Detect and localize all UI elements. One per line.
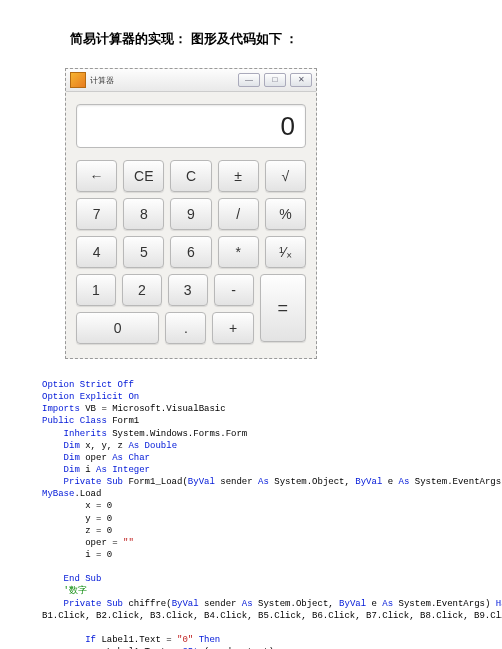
key-ce[interactable]: CE bbox=[123, 160, 164, 192]
txt: i = 0 bbox=[42, 550, 112, 560]
key-7[interactable]: 7 bbox=[76, 198, 117, 230]
txt: chiffre( bbox=[123, 599, 172, 609]
key-8[interactable]: 8 bbox=[123, 198, 164, 230]
key-2[interactable]: 2 bbox=[122, 274, 162, 306]
kw: As Char bbox=[112, 453, 150, 463]
kw: Dim bbox=[42, 453, 80, 463]
txt: Form1 bbox=[107, 416, 139, 426]
key-9[interactable]: 9 bbox=[170, 198, 211, 230]
kw: Public Class bbox=[42, 416, 107, 426]
kw: As Double bbox=[128, 441, 177, 451]
txt: x, y, z bbox=[80, 441, 129, 451]
kw: ByVal bbox=[188, 477, 215, 487]
key-percent[interactable]: % bbox=[265, 198, 306, 230]
key-c[interactable]: C bbox=[170, 160, 211, 192]
key-backspace[interactable]: ← bbox=[76, 160, 117, 192]
kw: As bbox=[399, 477, 410, 487]
kw: Option Strict Off bbox=[42, 380, 134, 390]
kw: As Integer bbox=[96, 465, 150, 475]
key-5[interactable]: 5 bbox=[123, 236, 164, 268]
txt: VB = Microsoft.VisualBasic bbox=[80, 404, 226, 414]
comment: '数字 bbox=[42, 586, 87, 596]
key-decimal[interactable]: . bbox=[165, 312, 206, 344]
key-sqrt[interactable]: √ bbox=[265, 160, 306, 192]
key-divide[interactable]: / bbox=[218, 198, 259, 230]
txt: System.Object, bbox=[253, 599, 339, 609]
kw: As bbox=[382, 599, 393, 609]
key-reciprocal[interactable]: ¹⁄ₓ bbox=[265, 236, 306, 268]
calc-display: 0 bbox=[76, 104, 306, 148]
kw: If bbox=[42, 635, 96, 645]
txt: sender bbox=[215, 477, 258, 487]
page-title: 简易计算器的实现： 图形及代码如下 ： bbox=[70, 30, 462, 48]
txt: e bbox=[366, 599, 382, 609]
kw: MyBase bbox=[42, 489, 74, 499]
txt: System.Windows.Forms.Form bbox=[107, 429, 247, 439]
txt: x = 0 bbox=[42, 501, 112, 511]
txt: e bbox=[382, 477, 398, 487]
calculator-window: 计算器 — □ ✕ 0 ← CE C ± √ 7 8 9 / % 4 5 6 *… bbox=[65, 68, 317, 359]
txt: Label1.Text = bbox=[96, 635, 177, 645]
txt: z = 0 bbox=[42, 526, 112, 536]
key-3[interactable]: 3 bbox=[168, 274, 208, 306]
key-0[interactable]: 0 bbox=[76, 312, 159, 344]
kw: Dim bbox=[42, 465, 80, 475]
txt: oper = bbox=[42, 538, 123, 548]
kw: Imports bbox=[42, 404, 80, 414]
txt: y = 0 bbox=[42, 514, 112, 524]
window-titlebar: 计算器 — □ ✕ bbox=[66, 69, 316, 92]
str: "0" bbox=[177, 635, 193, 645]
minimize-button[interactable]: — bbox=[238, 73, 260, 87]
key-6[interactable]: 6 bbox=[170, 236, 211, 268]
kw: ByVal bbox=[172, 599, 199, 609]
txt: i bbox=[80, 465, 96, 475]
str: "" bbox=[123, 538, 134, 548]
txt: System.EventArgs) bbox=[409, 477, 502, 487]
txt: B1.Click, B2.Click, B3.Click, B4.Click, … bbox=[42, 611, 502, 621]
app-icon bbox=[70, 72, 86, 88]
kw: Option Explicit On bbox=[42, 392, 139, 402]
txt: Form1_Load( bbox=[123, 477, 188, 487]
calculator-body: 0 ← CE C ± √ 7 8 9 / % 4 5 6 * ¹⁄ₓ 1 bbox=[66, 92, 316, 358]
kw: Private Sub bbox=[42, 599, 123, 609]
kw: Handles bbox=[496, 599, 502, 609]
kw: ByVal bbox=[355, 477, 382, 487]
key-multiply[interactable]: * bbox=[218, 236, 259, 268]
code-block: Option Strict Off Option Explicit On Imp… bbox=[42, 379, 462, 649]
txt: System.Object, bbox=[269, 477, 355, 487]
kw: Inherits bbox=[42, 429, 107, 439]
txt: sender bbox=[199, 599, 242, 609]
key-negate[interactable]: ± bbox=[218, 160, 259, 192]
kw: Private Sub bbox=[42, 477, 123, 487]
close-button[interactable]: ✕ bbox=[290, 73, 312, 87]
txt: System.EventArgs) bbox=[393, 599, 496, 609]
kw: Then bbox=[193, 635, 220, 645]
key-4[interactable]: 4 bbox=[76, 236, 117, 268]
kw: ByVal bbox=[339, 599, 366, 609]
key-equals[interactable]: = bbox=[260, 274, 306, 342]
key-minus[interactable]: - bbox=[214, 274, 254, 306]
kw: End Sub bbox=[42, 574, 101, 584]
maximize-button[interactable]: □ bbox=[264, 73, 286, 87]
kw: As bbox=[242, 599, 253, 609]
key-1[interactable]: 1 bbox=[76, 274, 116, 306]
txt: oper bbox=[80, 453, 112, 463]
txt: .Load bbox=[74, 489, 101, 499]
kw: As bbox=[258, 477, 269, 487]
key-plus[interactable]: + bbox=[212, 312, 253, 344]
window-title: 计算器 bbox=[90, 75, 238, 86]
kw: Dim bbox=[42, 441, 80, 451]
